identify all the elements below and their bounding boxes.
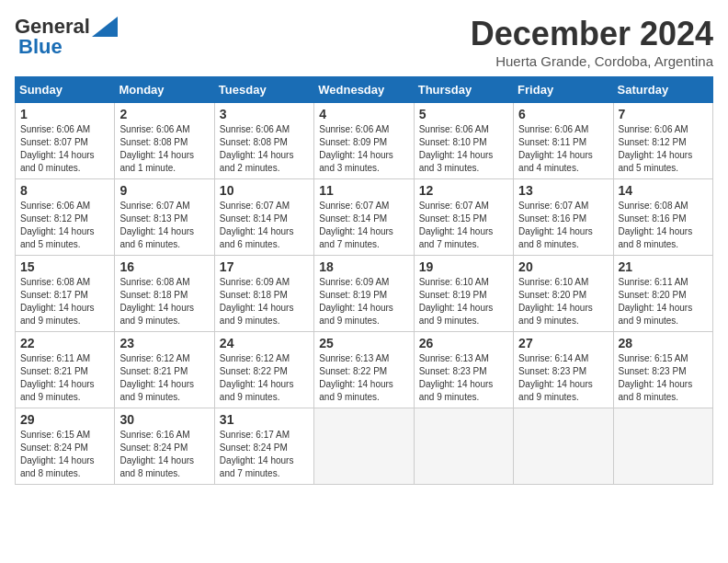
day-number: 23 — [119, 336, 209, 350]
day-number: 2 — [119, 107, 209, 121]
day-number: 29 — [20, 412, 109, 427]
col-friday: Friday — [514, 77, 613, 103]
calendar-cell: 3 Sunrise: 6:06 AM Sunset: 8:08 PM Dayli… — [214, 103, 313, 179]
col-saturday: Saturday — [613, 77, 712, 103]
day-info: Sunrise: 6:13 AM Sunset: 8:23 PM Dayligh… — [419, 352, 508, 404]
day-number: 21 — [619, 259, 708, 274]
col-tuesday: Tuesday — [214, 77, 313, 103]
calendar-cell: 27 Sunrise: 6:14 AM Sunset: 8:23 PM Dayl… — [514, 332, 613, 408]
day-info: Sunrise: 6:11 AM Sunset: 8:20 PM Dayligh… — [619, 276, 708, 327]
calendar-cell: 9 Sunrise: 6:07 AM Sunset: 8:13 PM Dayli… — [115, 179, 214, 256]
day-info: Sunrise: 6:15 AM Sunset: 8:23 PM Dayligh… — [619, 352, 708, 404]
day-number: 26 — [419, 336, 508, 350]
day-info: Sunrise: 6:17 AM Sunset: 8:24 PM Dayligh… — [220, 429, 309, 480]
day-number: 11 — [319, 183, 408, 198]
calendar-cell: 24 Sunrise: 6:12 AM Sunset: 8:22 PM Dayl… — [214, 332, 313, 408]
col-wednesday: Wednesday — [314, 77, 414, 103]
day-number: 16 — [119, 259, 209, 274]
day-number: 20 — [518, 259, 608, 274]
week-row-4: 22 Sunrise: 6:11 AM Sunset: 8:21 PM Dayl… — [16, 332, 713, 408]
calendar-cell: 20 Sunrise: 6:10 AM Sunset: 8:20 PM Dayl… — [514, 256, 613, 332]
day-number: 8 — [20, 183, 109, 198]
day-number: 12 — [419, 183, 508, 198]
day-info: Sunrise: 6:11 AM Sunset: 8:21 PM Dayligh… — [20, 352, 109, 404]
calendar-cell: 31 Sunrise: 6:17 AM Sunset: 8:24 PM Dayl… — [214, 408, 313, 485]
calendar-cell: 8 Sunrise: 6:06 AM Sunset: 8:12 PM Dayli… — [16, 179, 115, 256]
day-number: 22 — [20, 336, 109, 350]
col-sunday: Sunday — [16, 77, 115, 103]
calendar-cell: 21 Sunrise: 6:11 AM Sunset: 8:20 PM Dayl… — [613, 256, 712, 332]
calendar-cell: 2 Sunrise: 6:06 AM Sunset: 8:08 PM Dayli… — [115, 103, 214, 179]
calendar-cell: 11 Sunrise: 6:07 AM Sunset: 8:14 PM Dayl… — [314, 179, 414, 256]
calendar-cell: 25 Sunrise: 6:13 AM Sunset: 8:22 PM Dayl… — [314, 332, 414, 408]
day-number: 24 — [220, 336, 309, 350]
calendar-cell: 22 Sunrise: 6:11 AM Sunset: 8:21 PM Dayl… — [16, 332, 115, 408]
day-info: Sunrise: 6:10 AM Sunset: 8:20 PM Dayligh… — [518, 276, 608, 327]
day-info: Sunrise: 6:14 AM Sunset: 8:23 PM Dayligh… — [518, 352, 608, 404]
header-row: Sunday Monday Tuesday Wednesday Thursday… — [16, 77, 713, 103]
calendar-table: Sunday Monday Tuesday Wednesday Thursday… — [15, 76, 713, 485]
day-info: Sunrise: 6:13 AM Sunset: 8:22 PM Dayligh… — [319, 352, 408, 404]
day-number: 13 — [518, 183, 608, 198]
calendar-cell: 7 Sunrise: 6:06 AM Sunset: 8:12 PM Dayli… — [613, 103, 712, 179]
day-info: Sunrise: 6:06 AM Sunset: 8:11 PM Dayligh… — [518, 123, 608, 175]
day-info: Sunrise: 6:08 AM Sunset: 8:16 PM Dayligh… — [619, 200, 708, 251]
day-number: 17 — [220, 259, 309, 274]
day-info: Sunrise: 6:06 AM Sunset: 8:08 PM Dayligh… — [220, 123, 309, 175]
calendar-cell: 6 Sunrise: 6:06 AM Sunset: 8:11 PM Dayli… — [514, 103, 613, 179]
day-number: 19 — [419, 259, 508, 274]
day-number: 9 — [119, 183, 209, 198]
logo: General Blue — [15, 15, 118, 59]
day-info: Sunrise: 6:16 AM Sunset: 8:24 PM Dayligh… — [119, 429, 209, 480]
day-info: Sunrise: 6:06 AM Sunset: 8:12 PM Dayligh… — [619, 123, 708, 175]
col-thursday: Thursday — [414, 77, 513, 103]
day-info: Sunrise: 6:07 AM Sunset: 8:16 PM Dayligh… — [518, 200, 608, 251]
day-info: Sunrise: 6:07 AM Sunset: 8:14 PM Dayligh… — [220, 200, 309, 251]
title-section: December 2024 Huerta Grande, Cordoba, Ar… — [471, 15, 713, 69]
calendar-cell — [514, 408, 613, 485]
svg-marker-0 — [92, 17, 118, 37]
week-row-2: 8 Sunrise: 6:06 AM Sunset: 8:12 PM Dayli… — [16, 179, 713, 256]
calendar-cell: 1 Sunrise: 6:06 AM Sunset: 8:07 PM Dayli… — [16, 103, 115, 179]
day-info: Sunrise: 6:08 AM Sunset: 8:18 PM Dayligh… — [119, 276, 209, 327]
calendar-cell: 5 Sunrise: 6:06 AM Sunset: 8:10 PM Dayli… — [414, 103, 513, 179]
calendar-cell: 19 Sunrise: 6:10 AM Sunset: 8:19 PM Dayl… — [414, 256, 513, 332]
day-info: Sunrise: 6:07 AM Sunset: 8:15 PM Dayligh… — [419, 200, 508, 251]
calendar-title: December 2024 — [471, 15, 713, 53]
day-number: 4 — [319, 107, 408, 121]
week-row-1: 1 Sunrise: 6:06 AM Sunset: 8:07 PM Dayli… — [16, 103, 713, 179]
day-number: 15 — [20, 259, 109, 274]
day-info: Sunrise: 6:10 AM Sunset: 8:19 PM Dayligh… — [419, 276, 508, 327]
col-monday: Monday — [115, 77, 214, 103]
day-info: Sunrise: 6:15 AM Sunset: 8:24 PM Dayligh… — [20, 429, 109, 480]
day-info: Sunrise: 6:12 AM Sunset: 8:22 PM Dayligh… — [220, 352, 309, 404]
day-info: Sunrise: 6:12 AM Sunset: 8:21 PM Dayligh… — [119, 352, 209, 404]
day-number: 7 — [619, 107, 708, 121]
calendar-subtitle: Huerta Grande, Cordoba, Argentina — [471, 53, 713, 69]
day-info: Sunrise: 6:06 AM Sunset: 8:07 PM Dayligh… — [20, 123, 109, 175]
logo-arrow-icon — [92, 17, 118, 37]
calendar-cell: 30 Sunrise: 6:16 AM Sunset: 8:24 PM Dayl… — [115, 408, 214, 485]
calendar-cell: 18 Sunrise: 6:09 AM Sunset: 8:19 PM Dayl… — [314, 256, 414, 332]
day-info: Sunrise: 6:07 AM Sunset: 8:14 PM Dayligh… — [319, 200, 408, 251]
day-info: Sunrise: 6:06 AM Sunset: 8:09 PM Dayligh… — [319, 123, 408, 175]
calendar-cell: 29 Sunrise: 6:15 AM Sunset: 8:24 PM Dayl… — [16, 408, 115, 485]
day-number: 28 — [619, 336, 708, 350]
calendar-cell: 4 Sunrise: 6:06 AM Sunset: 8:09 PM Dayli… — [314, 103, 414, 179]
calendar-cell: 28 Sunrise: 6:15 AM Sunset: 8:23 PM Dayl… — [613, 332, 712, 408]
day-number: 18 — [319, 259, 408, 274]
calendar-cell: 15 Sunrise: 6:08 AM Sunset: 8:17 PM Dayl… — [16, 256, 115, 332]
day-number: 5 — [419, 107, 508, 121]
calendar-cell: 23 Sunrise: 6:12 AM Sunset: 8:21 PM Dayl… — [115, 332, 214, 408]
day-number: 6 — [518, 107, 608, 121]
day-info: Sunrise: 6:06 AM Sunset: 8:12 PM Dayligh… — [20, 200, 109, 251]
page-header: General Blue December 2024 Huerta Grande… — [15, 15, 713, 69]
week-row-3: 15 Sunrise: 6:08 AM Sunset: 8:17 PM Dayl… — [16, 256, 713, 332]
day-info: Sunrise: 6:09 AM Sunset: 8:18 PM Dayligh… — [220, 276, 309, 327]
calendar-cell: 12 Sunrise: 6:07 AM Sunset: 8:15 PM Dayl… — [414, 179, 513, 256]
calendar-cell: 17 Sunrise: 6:09 AM Sunset: 8:18 PM Dayl… — [214, 256, 313, 332]
week-row-5: 29 Sunrise: 6:15 AM Sunset: 8:24 PM Dayl… — [16, 408, 713, 485]
calendar-cell — [414, 408, 513, 485]
day-info: Sunrise: 6:07 AM Sunset: 8:13 PM Dayligh… — [119, 200, 209, 251]
day-info: Sunrise: 6:08 AM Sunset: 8:17 PM Dayligh… — [20, 276, 109, 327]
